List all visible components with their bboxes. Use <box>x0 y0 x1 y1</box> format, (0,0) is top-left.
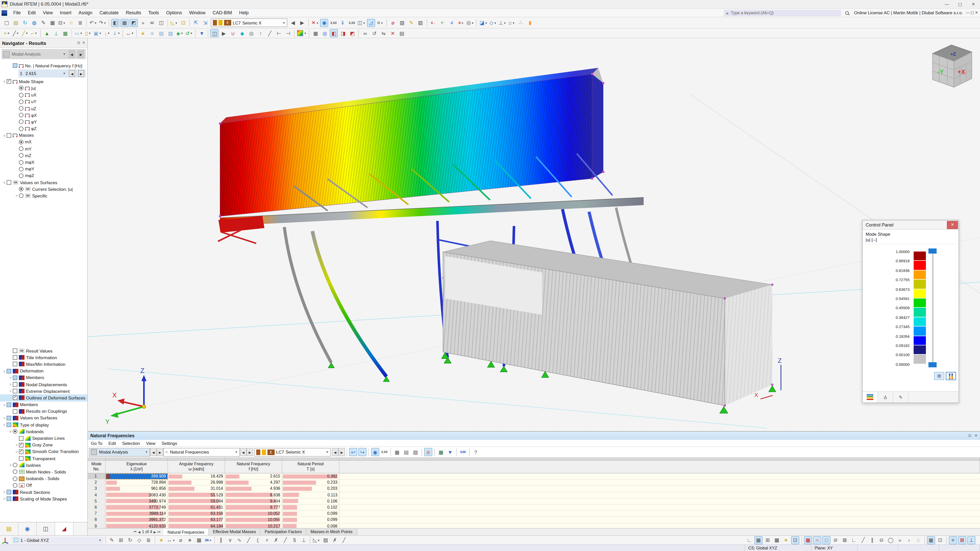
object-levels-icon[interactable]: ≣ <box>145 536 153 544</box>
checkbox[interactable] <box>6 133 11 138</box>
menu-calculate[interactable]: Calculate <box>96 9 122 17</box>
row-number-cell[interactable]: 3 <box>88 486 106 492</box>
building-story-icon[interactable]: ⌂▼ <box>508 19 516 27</box>
panel-close-icon[interactable]: ✕ <box>974 433 977 438</box>
new-surface-icon[interactable]: ▭▼ <box>74 29 83 37</box>
solid-box-3-icon[interactable]: ▨ <box>417 19 425 27</box>
tree-item-results-on-couplings[interactable]: Results on Couplings <box>0 408 87 414</box>
generated-node-load-icon[interactable]: ∗ <box>139 29 147 37</box>
person-height-icon[interactable]: ⊥ <box>300 536 308 544</box>
collapse-icon[interactable]: v <box>2 403 6 407</box>
tab-factors[interactable]: ∆ <box>878 392 893 403</box>
value-cell[interactable]: 0.099 <box>282 517 339 523</box>
model-check-icon[interactable]: ∴ <box>517 19 525 27</box>
tree-item-ux[interactable]: uX <box>0 92 87 98</box>
show-results-icon[interactable]: ◉ <box>320 19 328 27</box>
tab-participation-factors[interactable]: Participation Factors <box>261 529 307 535</box>
tree-item-current-selection-u[interactable]: xxCurrent Selection: |u| <box>0 186 87 192</box>
navigator-float-icon[interactable]: ⊡ <box>77 41 80 45</box>
filter-view-icon[interactable]: ▼ <box>198 29 206 37</box>
panel-navigator-icon[interactable]: ◧ <box>111 19 119 27</box>
collapse-icon[interactable]: v <box>2 134 6 137</box>
value-cell[interactable]: 59.084 <box>168 499 225 505</box>
tree-item-y[interactable]: φY <box>0 119 87 125</box>
pin-snap-icon[interactable]: ⊥ <box>967 536 975 544</box>
mesh-refinement-icon[interactable]: ▦ <box>61 29 69 37</box>
collapse-icon[interactable]: v <box>8 430 13 433</box>
table-menu-view[interactable]: View <box>143 441 159 446</box>
line-snap-icon[interactable]: ╱ <box>859 536 867 544</box>
value-cell[interactable]: 9.777 <box>225 505 282 511</box>
search-icon[interactable] <box>845 11 849 14</box>
no-box-snap-icon[interactable]: ⊠ <box>841 536 849 544</box>
radio-button[interactable] <box>13 463 18 468</box>
nodal-support-icon[interactable]: ▲ <box>43 29 51 37</box>
radio-button[interactable] <box>19 100 24 104</box>
tree-item-deformation[interactable]: vDeformation <box>0 368 87 374</box>
value-cell[interactable]: 9.404 <box>225 499 282 505</box>
tree-item-uy[interactable]: uY <box>0 98 87 105</box>
table-menu-settings[interactable]: Settings <box>159 441 180 446</box>
grid-points-icon[interactable]: ▦ <box>754 536 762 544</box>
expand-icon[interactable]: > <box>2 416 6 420</box>
grid-snap-icon[interactable]: ▦ <box>195 536 203 544</box>
checkbox[interactable] <box>13 382 18 387</box>
result-values-icon[interactable]: X.XX <box>329 19 338 27</box>
checkbox[interactable] <box>19 449 24 454</box>
checkbox[interactable] <box>6 490 11 494</box>
scale-slider-handle-min[interactable] <box>928 362 937 367</box>
edit-properties-icon[interactable]: ✎ <box>39 19 48 27</box>
doc-close-icon[interactable]: ✕ <box>975 11 978 15</box>
help-icon[interactable]: ? <box>472 448 480 456</box>
view-y-icon[interactable]: Y↑ <box>438 19 447 27</box>
hinge-left-icon[interactable]: ⊢ <box>275 29 283 37</box>
minimize-button[interactable]: — <box>940 0 953 8</box>
cube-top-label[interactable]: +Z <box>950 52 956 57</box>
next-button[interactable]: ▶ <box>157 448 163 456</box>
tree-item-isolines[interactable]: >Isolines <box>0 462 87 468</box>
generate-report-icon[interactable]: ☆ <box>67 19 75 27</box>
star-grid-icon[interactable]: ∗ <box>186 536 194 544</box>
checkbox[interactable] <box>13 375 18 380</box>
tree-item-x[interactable]: φX <box>0 112 87 118</box>
print-icon[interactable]: ⊟▼ <box>58 19 66 27</box>
column-header-eigenvalue[interactable]: Eigenvalueλ [1/s²] <box>106 461 168 473</box>
redo-icon[interactable]: ↷▼ <box>98 19 107 27</box>
solid-box-2-icon[interactable]: ✎ <box>407 19 415 27</box>
filter-funnel-icon[interactable]: ▼ <box>446 448 454 456</box>
panel-options-button[interactable]: ⊞ <box>934 372 944 380</box>
select-special-icon[interactable]: ◺▼ <box>170 19 178 27</box>
checkbox[interactable] <box>19 456 24 461</box>
navigation-cube[interactable]: +Z -Y +X <box>932 45 972 87</box>
expand-icon[interactable]: > <box>14 450 19 454</box>
dimension-snap-icon[interactable]: ↔▼ <box>166 536 176 544</box>
corner-2-icon[interactable]: ∟ <box>850 536 858 544</box>
parallel-lines-icon[interactable]: ∥ <box>217 536 225 544</box>
checkbox[interactable] <box>6 416 11 421</box>
checkbox[interactable] <box>6 402 11 407</box>
parallel-snap-icon[interactable]: ∥ <box>868 536 877 544</box>
value-cell[interactable]: 16.429 <box>168 473 225 480</box>
menu-view[interactable]: View <box>39 9 56 17</box>
box-snap-icon[interactable]: □ <box>822 536 830 544</box>
cross-x2-icon[interactable]: ✗ <box>331 536 339 544</box>
next-analysis-button[interactable]: ▶ <box>78 50 84 58</box>
expand-icon[interactable]: > <box>2 490 6 494</box>
scale-options-button[interactable] <box>946 372 956 380</box>
cross-x-icon[interactable]: ✗ <box>272 536 280 544</box>
value-cell[interactable]: 3991.372 <box>106 517 168 523</box>
tree-item-max-min-information[interactable]: Max/Min Information <box>0 361 87 368</box>
member-set-load-icon[interactable]: ≡ <box>148 29 156 37</box>
checkbox[interactable] <box>6 368 11 373</box>
value-cell[interactable]: 0.203 <box>282 486 339 492</box>
checkbox[interactable] <box>6 79 11 84</box>
radio-button[interactable] <box>19 113 24 118</box>
tab-display[interactable]: ◉ <box>18 522 37 535</box>
bezier-icon[interactable]: ∿ <box>235 536 243 544</box>
table-menu-edit[interactable]: Edit <box>105 441 119 446</box>
radio-button[interactable] <box>13 476 18 481</box>
tab-views[interactable]: ◫ <box>37 522 55 535</box>
viewport-3d[interactable]: Z X Z X Y <box>88 38 980 431</box>
tree-item-type-of-display[interactable]: vType of display <box>0 421 87 428</box>
pin-load-top-icon[interactable]: ⇱ <box>192 19 200 27</box>
